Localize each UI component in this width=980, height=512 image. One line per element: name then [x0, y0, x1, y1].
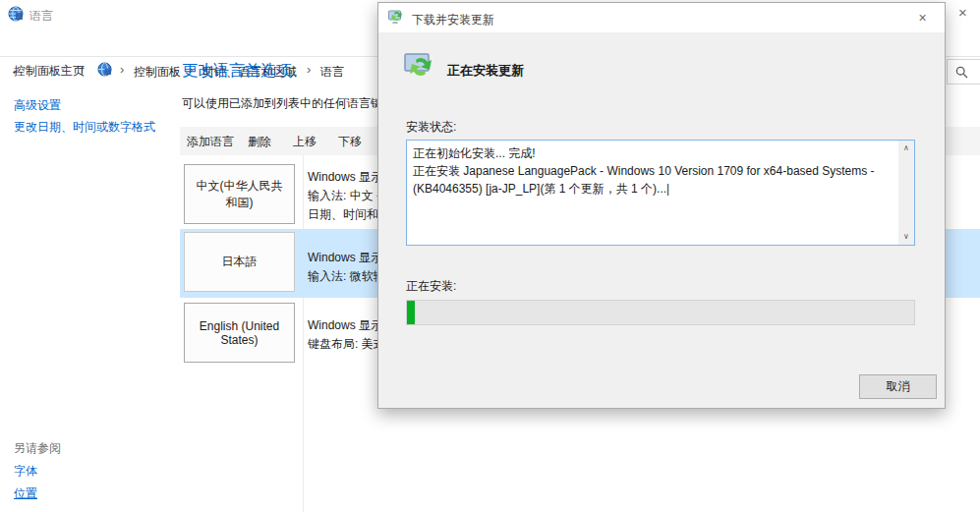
scroll-up-icon[interactable]: ∧	[898, 141, 914, 156]
install-progress-bar	[406, 300, 915, 325]
installing-label: 正在安装:	[406, 278, 456, 295]
install-status-log[interactable]: 正在初始化安装... 完成! 正在安装 Japanese LanguagePac…	[406, 140, 915, 246]
language-detail: Windows 显示	[308, 316, 382, 335]
scroll-down-icon[interactable]: ∨	[898, 229, 914, 245]
status-log-line: 正在安装 Japanese LanguagePack - Windows 10 …	[413, 162, 894, 180]
installing-updates-icon	[404, 50, 437, 80]
status-log-line: 正在初始化安装... 完成!	[413, 144, 894, 162]
remove-button[interactable]: 删除	[248, 134, 271, 150]
language-name-box[interactable]: English (United States)	[184, 303, 295, 363]
breadcrumb-separator: ›	[307, 62, 311, 77]
cancel-button[interactable]: 取消	[859, 374, 937, 399]
language-detail: Windows 显示	[308, 249, 382, 267]
breadcrumb-language[interactable]: 语言	[320, 64, 344, 81]
language-detail: Windows 显示	[308, 168, 382, 187]
window-close-button[interactable]: ×	[946, 0, 980, 26]
language-globe-icon	[8, 6, 24, 22]
dialog-titlebar: 下载并安装更新 ×	[378, 3, 945, 32]
language-detail: 日期、时间和	[308, 205, 378, 224]
search-icon	[955, 66, 968, 79]
progress-fill	[407, 301, 415, 324]
window-title: 语言	[29, 8, 53, 25]
install-updates-dialog: 下载并安装更新 × 正在安装更新 安装状态: 正在初始化安装... 完成! 正在…	[377, 2, 946, 409]
dialog-title: 下载并安装更新	[412, 12, 494, 28]
sidebar-item-advanced-settings[interactable]: 高级设置	[14, 97, 61, 114]
add-language-button[interactable]: 添加语言	[187, 134, 234, 150]
sidebar-item-control-panel-home[interactable]: 控制面板主页	[14, 63, 85, 80]
breadcrumb-control-panel[interactable]: 控制面板	[134, 64, 181, 81]
sidebar-item-location[interactable]: 位置	[14, 485, 37, 502]
language-detail: 输入法: 微软输	[308, 267, 385, 286]
windows-update-icon	[388, 10, 405, 25]
page-title: 更改语言首选项	[182, 61, 292, 82]
status-log-text: 正在初始化安装... 完成! 正在安装 Japanese LanguagePac…	[413, 144, 894, 198]
language-name-box[interactable]: 日本語	[184, 232, 295, 292]
move-down-button[interactable]: 下移	[338, 134, 362, 150]
screen: 语言 × ← → ∨ ↑ › 控制面板 › 时钟、语言和区域 › 语言	[0, 0, 980, 512]
move-up-button[interactable]: 上移	[293, 134, 317, 150]
sidebar-item-fonts[interactable]: 字体	[14, 463, 37, 480]
language-name-box[interactable]: 中文(中华人民共和国)	[184, 164, 295, 224]
status-log-line: (KB4046355) [ja-JP_LP](第 1 个更新，共 1 个)...…	[413, 180, 894, 198]
language-detail: 键盘布局: 美式	[308, 335, 385, 354]
language-detail: 输入法: 中文 -	[308, 187, 380, 205]
sidebar-item-change-date-time-formats[interactable]: 更改日期、时间或数字格式	[14, 119, 155, 136]
breadcrumb-globe-icon	[97, 62, 112, 77]
log-scrollbar[interactable]: ∧ ∨	[898, 141, 914, 245]
installing-updates-heading: 正在安装更新	[447, 62, 524, 80]
dialog-close-button[interactable]: ×	[900, 4, 945, 31]
install-status-label: 安装状态:	[406, 119, 456, 136]
see-also-heading: 另请参阅	[14, 440, 61, 457]
breadcrumb-separator: ›	[120, 62, 124, 77]
